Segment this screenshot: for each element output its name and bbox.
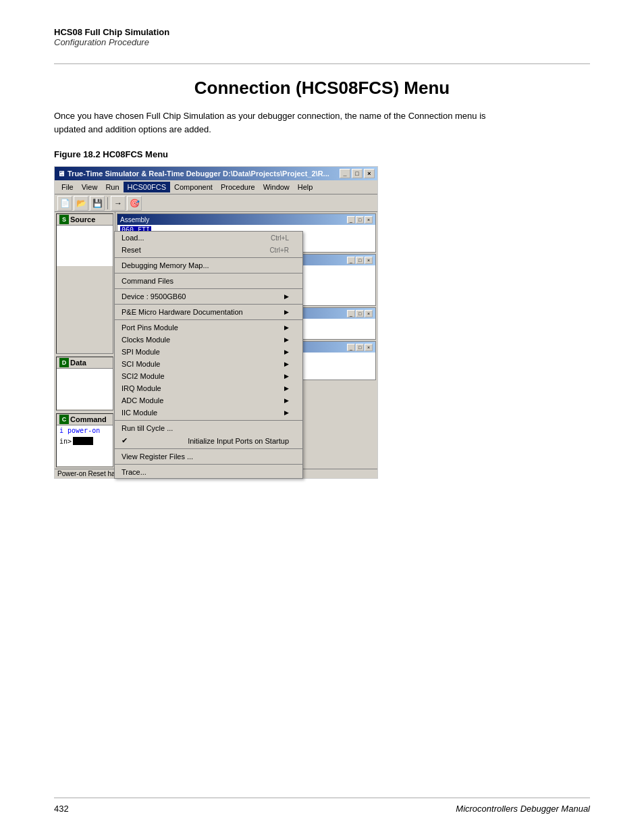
- menu-help[interactable]: Help: [294, 182, 317, 192]
- memory-controls: _ □ ×: [347, 344, 373, 351]
- header-divider: [54, 63, 590, 64]
- data-body: [57, 369, 113, 409]
- menu-load-shortcut: Ctrl+L: [271, 234, 289, 242]
- screenshot-wrapper: 🖥 True-Time Simulator & Real-Time Debugg…: [54, 166, 590, 479]
- minimize-button[interactable]: _: [340, 169, 350, 178]
- menu-load[interactable]: Load... Ctrl+L: [115, 232, 302, 244]
- menu-run[interactable]: Run: [101, 182, 123, 192]
- menu-cmd-files[interactable]: Command Files: [115, 275, 302, 287]
- page-title: Connection (HCS08FCS) Menu: [54, 78, 590, 99]
- window-controls: _ □ ×: [340, 169, 375, 178]
- menu-trace[interactable]: Trace...: [115, 466, 302, 478]
- source-icon: S: [59, 215, 69, 224]
- menu-sci2[interactable]: SCI2 Module: [115, 370, 302, 382]
- register-close[interactable]: ×: [365, 257, 373, 264]
- toolbar: 📄 📂 💾 → 🎯: [55, 194, 377, 212]
- page-container: HCS08 Full Chip Simulation Configuration…: [0, 0, 644, 834]
- window-title: True-Time Simulator & Real-Time Debugger…: [68, 170, 329, 178]
- toolbar-open[interactable]: 📂: [74, 196, 88, 211]
- check-icon: ✔: [122, 436, 128, 445]
- memory-close[interactable]: ×: [365, 344, 373, 351]
- sep4: [115, 304, 302, 305]
- toolbar-arrow[interactable]: →: [111, 196, 126, 211]
- menu-procedure[interactable]: Procedure: [217, 182, 259, 192]
- procedure-minimize[interactable]: _: [347, 310, 355, 317]
- menu-init-ports[interactable]: ✔ Initialize Input Ports on Startup: [115, 434, 302, 447]
- dropdown-menu: Load... Ctrl+L Reset Ctrl+R Debugging Me…: [114, 231, 303, 479]
- sep2: [115, 273, 302, 273]
- menu-view-reg[interactable]: View Register Files ...: [115, 450, 302, 463]
- sep7: [115, 448, 302, 449]
- assembly-controls: _ □ ×: [347, 216, 373, 224]
- menu-load-label: Load...: [122, 234, 144, 242]
- menu-device[interactable]: Device : 9500GB60: [115, 290, 302, 303]
- menu-irq[interactable]: IRQ Module: [115, 382, 302, 394]
- menu-reset[interactable]: Reset Ctrl+R: [115, 244, 302, 256]
- sep6: [115, 420, 302, 421]
- command-prompt: in>: [59, 438, 72, 445]
- assembly-titlebar: Assembly _ □ ×: [117, 214, 375, 225]
- register-minimize[interactable]: _: [347, 257, 355, 264]
- command-panel-header: C Command: [57, 414, 113, 425]
- menu-sci[interactable]: SCI Module: [115, 358, 302, 370]
- window-title-text: 🖥 True-Time Simulator & Real-Time Debugg…: [57, 170, 329, 178]
- assembly-close[interactable]: ×: [365, 216, 373, 224]
- menu-hcs00fcs[interactable]: HCS00FCS: [124, 182, 170, 192]
- window-icon: 🖥: [57, 170, 65, 178]
- source-panel: S Source: [56, 213, 113, 354]
- assembly-minimize[interactable]: _: [347, 216, 355, 224]
- source-body: [57, 226, 113, 266]
- toolbar-target[interactable]: 🎯: [127, 196, 142, 211]
- data-panel: D Data: [56, 357, 113, 411]
- figure-label: Figure 18.2 HC08FCS Menu: [54, 149, 590, 159]
- menu-reset-shortcut: Ctrl+R: [269, 246, 289, 254]
- screenshot-container: 🖥 True-Time Simulator & Real-Time Debugg…: [54, 166, 378, 479]
- body-text: Once you have chosen Full Chip Simulatio…: [54, 109, 513, 136]
- menu-pne[interactable]: P&E Micro Hardware Documentation: [115, 306, 302, 318]
- memory-maximize[interactable]: □: [356, 344, 364, 351]
- sep1: [115, 257, 302, 258]
- menu-debug-mem[interactable]: Debugging Memory Map...: [115, 259, 302, 271]
- sep5: [115, 319, 302, 320]
- menu-window[interactable]: Window: [259, 182, 294, 192]
- procedure-close[interactable]: ×: [365, 310, 373, 317]
- menu-iic[interactable]: IIC Module: [115, 407, 302, 419]
- window-titlebar: 🖥 True-Time Simulator & Real-Time Debugg…: [55, 167, 377, 180]
- close-button[interactable]: ×: [364, 169, 375, 178]
- menu-run-cycle[interactable]: Run till Cycle ...: [115, 422, 302, 434]
- procedure-maximize[interactable]: □: [356, 310, 364, 317]
- menu-file[interactable]: File: [57, 182, 78, 192]
- source-panel-header: S Source: [57, 214, 113, 226]
- sep3: [115, 288, 302, 289]
- menu-bar: File View Run HCS00FCS Component Procedu…: [55, 180, 377, 194]
- maximize-button[interactable]: □: [352, 169, 363, 178]
- doc-header: HCS08 Full Chip Simulation Configuration…: [54, 27, 590, 47]
- register-maximize[interactable]: □: [356, 257, 364, 264]
- doc-header-subtitle: Configuration Procedure: [54, 37, 590, 47]
- memory-minimize[interactable]: _: [347, 344, 355, 351]
- left-panel: S Source D Data: [55, 212, 115, 469]
- toolbar-new[interactable]: 📄: [57, 196, 72, 211]
- command-icon: C: [59, 415, 69, 424]
- menu-port-pins[interactable]: Port Pins Module: [115, 321, 302, 334]
- data-icon: D: [59, 358, 69, 367]
- command-cursor: [73, 437, 93, 445]
- menu-adc[interactable]: ADC Module: [115, 394, 302, 407]
- assembly-maximize[interactable]: □: [356, 216, 364, 224]
- register-controls: _ □ ×: [347, 257, 373, 264]
- toolbar-save[interactable]: 💾: [90, 196, 105, 211]
- menu-init-label: Initialize Input Ports on Startup: [188, 437, 289, 445]
- page-footer: 432 Microcontrollers Debugger Manual: [54, 798, 590, 814]
- footer-page-number: 432: [54, 804, 69, 814]
- menu-clocks[interactable]: Clocks Module: [115, 334, 302, 346]
- menu-component[interactable]: Component: [170, 182, 217, 192]
- source-label: Source: [70, 215, 95, 224]
- sep8: [115, 464, 302, 465]
- command-label: Command: [70, 415, 107, 423]
- main-content: Connection (HCS08FCS) Menu Once you have…: [54, 78, 590, 807]
- menu-view[interactable]: View: [78, 182, 102, 192]
- command-panel: C Command i power-on in>: [56, 413, 113, 467]
- menu-spi[interactable]: SPI Module: [115, 346, 302, 358]
- assembly-title: Assembly: [120, 216, 149, 224]
- win-main: S Source D Data: [55, 212, 377, 469]
